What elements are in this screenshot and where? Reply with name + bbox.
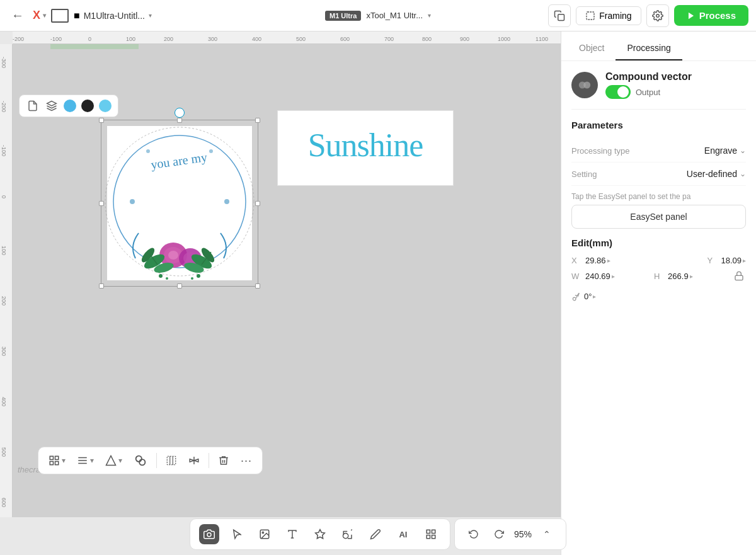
right-panel: Object Processing Compound vector Output… xyxy=(561,31,756,555)
delete-button[interactable] xyxy=(215,452,232,469)
y-value[interactable]: 18.09 ▸ xyxy=(721,256,746,265)
setting-dropdown[interactable]: User-defined ⌄ xyxy=(687,169,746,179)
h-label: H xyxy=(654,272,664,281)
shape-button[interactable] xyxy=(310,524,330,544)
ruler-mark: 900 xyxy=(460,36,469,42)
ruler-mark: 200 xyxy=(164,36,173,42)
device-badge: M1 Ultra xyxy=(325,11,361,21)
svg-point-21 xyxy=(197,274,200,278)
x-value[interactable]: 29.86 ▸ xyxy=(585,256,610,265)
wreath-svg: you are my xyxy=(101,120,258,287)
ruler-mark: 500 xyxy=(296,36,306,42)
tool-group-main: AI xyxy=(190,518,450,550)
svg-marker-52 xyxy=(315,530,324,539)
select-button[interactable] xyxy=(227,524,247,544)
wh-row: W 240.69 ▸ H 266.9 ▸ xyxy=(571,269,746,283)
svg-point-26 xyxy=(224,199,229,204)
window-title[interactable]: M1Ultra-Untitl... xyxy=(84,11,145,21)
color-swatch-black[interactable] xyxy=(81,100,94,112)
flip-button[interactable]: ▾ xyxy=(103,452,125,469)
w-arrow: ▸ xyxy=(612,273,615,280)
flip-h-button[interactable] xyxy=(186,452,202,469)
output-toggle[interactable] xyxy=(605,85,631,99)
svg-rect-29 xyxy=(50,456,53,459)
ruler-mark: 300 xyxy=(208,36,217,42)
svg-text:you are my: you are my xyxy=(150,150,208,172)
color-swatch-blue[interactable] xyxy=(64,100,76,112)
compound-section: Compound vector Output xyxy=(571,71,746,110)
rotation-value[interactable]: 0° ▸ xyxy=(584,292,596,301)
tab-object[interactable]: Object xyxy=(568,37,616,60)
y-field: Y 18.09 ▸ xyxy=(707,256,746,265)
svg-rect-54 xyxy=(432,530,435,533)
ruler-mark: 0 xyxy=(88,36,91,42)
svg-point-46 xyxy=(573,297,576,300)
app-logo[interactable]: X ▾ xyxy=(33,9,46,22)
pen-button[interactable] xyxy=(365,524,386,544)
undo-button[interactable] xyxy=(464,524,484,544)
device-name[interactable]: xTool_M1 Ultr... xyxy=(366,11,423,20)
ruler-mark: 100 xyxy=(126,36,135,42)
color-swatch-cyan[interactable] xyxy=(99,100,112,112)
align-button[interactable]: ▾ xyxy=(74,452,96,469)
canvas-highlight xyxy=(50,44,139,49)
combine-button[interactable] xyxy=(131,451,150,470)
svg-rect-31 xyxy=(50,462,53,465)
zoom-group: 95% ⌃ xyxy=(454,518,566,550)
more-button[interactable]: ··· xyxy=(238,452,255,470)
output-label: Output xyxy=(636,88,660,97)
canvas-area[interactable]: you are my xyxy=(0,44,561,517)
svg-point-2 xyxy=(656,14,659,17)
svg-rect-0 xyxy=(558,14,564,20)
grid-button[interactable] xyxy=(421,524,441,544)
svg-rect-56 xyxy=(432,535,435,539)
h-arrow: ▸ xyxy=(690,273,693,280)
window-icon[interactable] xyxy=(51,9,69,23)
transform-button[interactable] xyxy=(338,524,358,544)
arrange-button[interactable]: ▾ xyxy=(46,452,68,469)
w-value[interactable]: 240.69 ▸ xyxy=(585,272,615,281)
back-button[interactable]: ← xyxy=(8,6,28,26)
framing-button[interactable]: Framing xyxy=(576,6,641,25)
svg-point-38 xyxy=(139,459,145,465)
lock-button[interactable] xyxy=(732,269,746,283)
compound-info: Compound vector Output xyxy=(605,71,746,99)
ai-button[interactable]: AI xyxy=(393,524,413,544)
panel-content: Compound vector Output Parameters Proces… xyxy=(561,61,756,555)
camera-button[interactable] xyxy=(199,524,219,544)
image-button[interactable] xyxy=(255,524,275,544)
svg-marker-36 xyxy=(106,456,116,466)
crop-button[interactable] xyxy=(163,452,180,469)
settings-button[interactable] xyxy=(646,4,669,27)
svg-point-19 xyxy=(159,274,163,278)
y-label: Y xyxy=(707,256,717,265)
topbar-left: ← X ▾ ■ M1Ultra-Untitl... ▾ xyxy=(8,6,152,26)
tab-processing[interactable]: Processing xyxy=(616,37,682,60)
rotation-row: 0° ▸ xyxy=(571,287,746,301)
svg-marker-4 xyxy=(47,101,57,106)
setting-chevron: ⌄ xyxy=(740,169,746,178)
ruler-mark: 800 xyxy=(422,36,432,42)
zoom-expand-button[interactable]: ⌃ xyxy=(537,524,557,544)
svg-rect-30 xyxy=(55,456,59,459)
processing-type-dropdown[interactable]: Engrave ⌄ xyxy=(704,146,746,156)
artwork-wreath-container[interactable]: you are my xyxy=(101,120,258,287)
ruler-mark: -200 xyxy=(13,36,24,42)
artwork-sunshine-container[interactable]: Sunshine xyxy=(277,110,454,186)
h-value[interactable]: 266.9 ▸ xyxy=(668,272,693,281)
processing-type-row: Processing type Engrave ⌄ xyxy=(571,139,746,163)
text-button[interactable] xyxy=(282,524,302,544)
document-icon[interactable] xyxy=(26,99,40,113)
copy-button[interactable] xyxy=(548,4,571,27)
rotate-handle[interactable] xyxy=(175,108,185,118)
layers-icon[interactable] xyxy=(45,99,59,113)
processing-type-value: Engrave xyxy=(704,146,737,156)
framing-label: Framing xyxy=(599,11,631,21)
toolbar-bottom: ▾ ▾ ▾ ··· xyxy=(38,447,263,474)
zoom-level: 95% xyxy=(514,529,532,539)
ruler-mark: 700 xyxy=(384,36,394,42)
easyset-button[interactable]: EasySet panel xyxy=(571,205,746,229)
redo-button[interactable] xyxy=(489,524,509,544)
sunshine-text: Sunshine xyxy=(278,111,453,180)
process-button[interactable]: Process xyxy=(674,5,748,26)
